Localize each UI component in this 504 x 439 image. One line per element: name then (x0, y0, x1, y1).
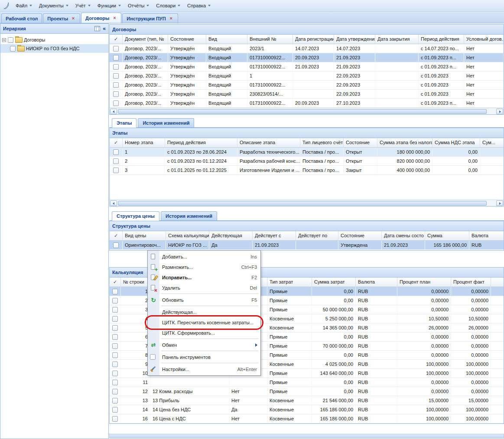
table-row[interactable]: Договор, 2023/...УтверждёнВходящий017310… (110, 53, 504, 62)
menu-item[interactable]: ОбновитьF5 (148, 295, 260, 305)
column-header[interactable]: № строки (121, 278, 150, 287)
column-header[interactable]: Сумма НДС этапа (432, 138, 480, 147)
menubar-item-4[interactable]: Отчёты (124, 1, 153, 10)
column-header[interactable]: Валюта (469, 231, 504, 240)
menu-item[interactable]: Размножить...Ctrl+F3 (148, 262, 260, 272)
row-checkbox[interactable] (113, 46, 119, 52)
row-checkbox[interactable] (112, 380, 118, 385)
table-row[interactable]: 3с 01.01.2025 по 01.12.2025Изготовление … (110, 166, 504, 175)
scroll-left-icon[interactable] (110, 200, 117, 206)
row-checkbox[interactable] (112, 398, 118, 403)
main-tab-0[interactable]: Рабочий стол (1, 13, 42, 23)
column-header[interactable]: Состояние (344, 138, 377, 147)
menu-item[interactable]: ЦИТК. Пересчитать косвенные затраты... (148, 317, 260, 328)
table-row[interactable]: 1с 01.09.2023 по 28.06.2024Разработка те… (110, 148, 504, 157)
row-checkbox[interactable] (113, 158, 119, 164)
column-header[interactable]: Схема калькуляци (166, 231, 209, 240)
column-header[interactable]: Действует по (296, 231, 338, 240)
scroll-thumb[interactable] (110, 434, 504, 438)
table-row[interactable]: 1414 Цена без НДСДаКосвенные165 186 000,… (110, 405, 504, 414)
column-header[interactable]: Сум... (480, 138, 504, 147)
menu-checkbox[interactable] (150, 354, 156, 360)
column-header[interactable]: Дата регистрации (293, 35, 334, 44)
scroll-right-icon[interactable] (496, 109, 503, 114)
row-checkbox[interactable] (113, 91, 119, 97)
column-header[interactable]: Документ (тип, № (123, 35, 168, 44)
column-header[interactable]: Валюта (356, 278, 397, 287)
menubar-item-5[interactable]: Словари (153, 1, 184, 10)
subtab-1[interactable]: История изменений (138, 118, 194, 127)
column-header[interactable]: Условный догов... (464, 35, 504, 44)
select-all-icon[interactable] (110, 138, 123, 147)
tab-close-icon[interactable] (169, 16, 174, 21)
row-checkbox[interactable] (112, 371, 118, 376)
row-checkbox[interactable] (113, 64, 119, 70)
table-row[interactable]: Договор, 2023/...УтверждёнВходящий017310… (110, 62, 504, 71)
tree-checkbox[interactable] (8, 37, 13, 43)
column-header[interactable]: Действующая (209, 231, 253, 240)
column-header[interactable]: Дата утверждения (334, 35, 375, 44)
scroll-thumb[interactable] (118, 201, 487, 206)
table-row[interactable]: Договор, 2023/...УтверждёнВходящий017310… (110, 81, 504, 90)
table-row[interactable]: 1212 Комм. расходыНетПрямые0,00RUB0,0000… (110, 387, 504, 396)
menu-item[interactable]: ЦИТК. Сформировать... (148, 328, 260, 338)
column-header[interactable]: Сумма затрат (312, 278, 356, 287)
subtab-1[interactable]: История изменений (161, 211, 217, 220)
column-header[interactable]: Внешний № (247, 35, 293, 44)
table-row[interactable]: Договор, 2023/...УтверждёнВходящий230823… (110, 90, 504, 99)
contracts-hscrollbar[interactable] (110, 108, 504, 114)
main-tab-1[interactable]: Проекты (43, 13, 80, 23)
menubar-item-0[interactable]: Файл (12, 1, 36, 10)
select-all-icon[interactable] (110, 278, 121, 287)
menu-item[interactable]: Панель инструментов (148, 352, 260, 362)
tree-node[interactable]: НИОКР по ГОЗ без НДС (0, 44, 108, 53)
select-all-icon[interactable] (110, 231, 123, 240)
row-checkbox[interactable] (112, 389, 118, 394)
column-header[interactable]: Сумма (425, 231, 469, 240)
main-tab-3[interactable]: Инструкции ПУП (122, 13, 178, 23)
column-header[interactable] (491, 278, 504, 287)
column-header[interactable]: Период действия (419, 35, 464, 44)
column-header[interactable]: Период действия (165, 138, 237, 147)
menu-item[interactable]: Исправить...F2 (148, 272, 260, 283)
table-row[interactable]: 1313 ПрибыльНетКосвенные21 546 000,00RUB… (110, 396, 504, 405)
menu-item[interactable]: Настройки...Alt+Enter (148, 364, 260, 374)
menu-item[interactable]: Действующая... (148, 307, 260, 317)
tree-node[interactable]: Договоры (0, 36, 108, 44)
column-header[interactable]: Действует с (253, 231, 296, 240)
scroll-thumb[interactable] (118, 109, 487, 114)
row-checkbox[interactable] (113, 149, 119, 155)
row-checkbox[interactable] (112, 298, 118, 303)
column-header[interactable]: Вид цены (123, 231, 166, 240)
row-checkbox[interactable] (112, 325, 118, 331)
table-row[interactable]: Договор, 2023/...УтверждёнВходящий017310… (110, 99, 504, 108)
row-checkbox[interactable] (112, 316, 118, 322)
row-checkbox[interactable] (113, 168, 119, 173)
tree-expander-icon[interactable] (2, 38, 6, 42)
menubar-item-2[interactable]: Учёт (72, 1, 94, 10)
row-checkbox[interactable] (112, 407, 118, 413)
row-checkbox[interactable] (112, 307, 118, 313)
table-row[interactable]: 2с 01.09.2023 по 01.12.2024Разработка ра… (110, 157, 504, 166)
row-checkbox[interactable] (112, 362, 118, 367)
tree-checkbox[interactable] (10, 46, 16, 52)
stages-hscrollbar[interactable] (110, 200, 504, 206)
menubar-item-6[interactable]: Справка (184, 1, 214, 10)
row-checkbox[interactable] (112, 352, 118, 358)
menubar-item-3[interactable]: Функции (94, 1, 124, 10)
column-header[interactable]: Тип затрат (267, 278, 312, 287)
row-checkbox[interactable] (113, 55, 119, 61)
row-checkbox[interactable] (113, 82, 119, 88)
scroll-right-icon[interactable] (496, 200, 503, 206)
row-checkbox[interactable] (112, 343, 118, 349)
column-header[interactable]: Описание этапа (237, 138, 300, 147)
column-header[interactable]: Номер этапа (123, 138, 165, 147)
column-header[interactable]: Состояние (338, 231, 382, 240)
row-checkbox[interactable] (112, 416, 118, 422)
row-checkbox[interactable] (113, 100, 119, 106)
column-header[interactable]: Тип лицевого счёт (300, 138, 344, 147)
menu-item[interactable]: Обмен (148, 340, 260, 350)
menu-item[interactable]: Добавить...Ins (148, 252, 260, 262)
columns-icon[interactable] (94, 26, 100, 31)
column-header[interactable]: Процент факт (451, 278, 491, 287)
